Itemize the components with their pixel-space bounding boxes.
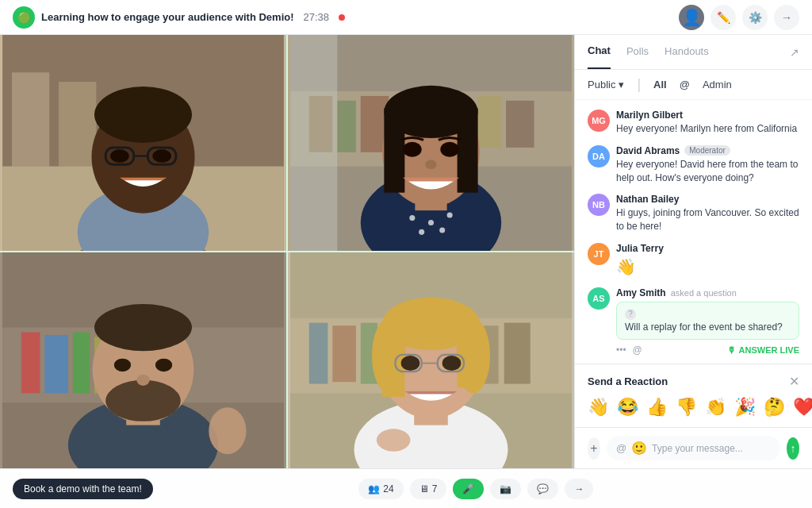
reaction-party[interactable]: 🎉 (734, 397, 756, 418)
message-actions-5: ••• @ 🎙 ANSWER LIVE (616, 344, 799, 356)
filter-divider: | (637, 76, 641, 93)
settings-button[interactable]: ⚙️ (742, 5, 768, 30)
svg-rect-2 (12, 72, 49, 166)
top-bar-left: 🟢 Learning how to engage your audience w… (13, 6, 345, 29)
chat-add-button[interactable]: + (588, 437, 600, 460)
svg-rect-61 (504, 323, 530, 384)
video-cell-4 (288, 252, 574, 468)
svg-point-52 (155, 359, 172, 372)
message-2: DA David Abrams Moderator Hey everyone! … (588, 145, 799, 185)
svg-rect-20 (506, 101, 534, 148)
more-options-button[interactable]: ••• (616, 344, 626, 356)
top-bar: 🟢 Learning how to engage your audience w… (0, 0, 812, 35)
chat-send-button[interactable]: ↑ (787, 437, 799, 460)
external-link-icon[interactable]: ↗ (790, 46, 799, 59)
chat-icon: 💬 (537, 483, 549, 495)
chat-input-area: + @ 🙂 ↑ (575, 427, 812, 468)
reaction-think[interactable]: 🤔 (764, 397, 785, 418)
svg-rect-17 (337, 101, 356, 152)
sender-name-4: Julia Terry (616, 243, 799, 254)
mic-icon: 🎤 (462, 483, 474, 495)
reaction-thumbsup[interactable]: 👍 (646, 397, 668, 418)
session-title: Learning how to engage your audience wit… (41, 11, 294, 23)
participants-button[interactable]: 👥 24 (358, 479, 403, 499)
reaction-heart[interactable]: ❤️ (793, 397, 812, 418)
svg-point-54 (209, 407, 246, 454)
share-screen-button[interactable]: 🖥 7 (410, 479, 447, 499)
camera-button[interactable]: 📷 (490, 479, 521, 499)
mention-button[interactable]: @ (633, 344, 642, 356)
svg-point-76 (377, 429, 411, 451)
svg-rect-19 (478, 96, 502, 148)
svg-point-24 (409, 215, 415, 221)
filter-admin-button[interactable]: Admin (703, 79, 732, 90)
svg-rect-33 (458, 108, 478, 192)
video-cell-1 (0, 35, 286, 251)
question-icon: ? (625, 309, 636, 320)
message-1: MG Marilyn Gilbert Hey everyone! Marilyn… (588, 110, 799, 136)
sender-name-5: Amy Smith asked a question (616, 287, 799, 298)
reaction-close-button[interactable]: ✕ (789, 374, 799, 389)
main-content: 🔍 📊 Brand New Presentation Slides 🖥 37 S… (0, 35, 812, 468)
avatar-david: DA (588, 145, 610, 167)
filter-public-button[interactable]: Public ▾ (588, 79, 624, 90)
moderator-badge: Moderator (684, 145, 730, 156)
book-demo-button[interactable]: Book a demo with the team! (13, 479, 153, 499)
question-bubble: ? Will a replay for the event be shared? (616, 302, 799, 340)
mic-button[interactable]: 🎤 (453, 479, 484, 499)
session-timer: 27:38 (304, 11, 330, 23)
share-count: 7 (432, 483, 438, 495)
edit-button[interactable]: ✏️ (710, 5, 736, 30)
message-3: NB Nathan Bailey Hi guys, joining from V… (588, 194, 799, 233)
reaction-thumbsdown[interactable]: 👎 (676, 397, 697, 418)
bottom-bar-left: Book a demo with the team! (13, 479, 153, 499)
chat-input-wrapper: @ 🙂 (607, 436, 780, 460)
message-text-4: 👋 (616, 256, 799, 278)
filter-all-button[interactable]: All (653, 79, 667, 90)
tab-chat[interactable]: Chat (588, 35, 611, 69)
host-avatar: 👤 (679, 5, 704, 30)
chat-text-input[interactable] (652, 443, 771, 454)
tab-handouts[interactable]: Handouts (665, 35, 709, 69)
svg-rect-58 (332, 325, 356, 382)
reaction-wave[interactable]: 👋 (588, 397, 609, 418)
message-content-5: Amy Smith asked a question ? Will a repl… (616, 287, 799, 356)
emoji-picker-icon[interactable]: 🙂 (631, 441, 647, 456)
svg-point-25 (428, 220, 434, 225)
question-text: Will a replay for the event be shared? (625, 321, 791, 333)
svg-point-50 (105, 380, 181, 421)
at-icon[interactable]: @ (616, 442, 626, 454)
svg-point-13 (152, 149, 171, 163)
tab-polls[interactable]: Polls (626, 35, 649, 69)
bottom-bar: Book a demo with the team! 👥 24 🖥 7 🎤 📷 … (0, 468, 812, 508)
svg-rect-3 (59, 82, 96, 166)
avatar-julia: JT (588, 243, 610, 265)
reaction-laugh[interactable]: 😂 (617, 397, 638, 418)
svg-point-72 (442, 356, 462, 371)
chat-messages-list: MG Marilyn Gilbert Hey everyone! Marilyn… (575, 100, 812, 364)
answer-live-button[interactable]: 🎙 ANSWER LIVE (727, 345, 799, 355)
panel-tabs: Chat Polls Handouts ↗ (575, 35, 812, 70)
exit-button[interactable]: → (774, 5, 799, 30)
sender-name-1: Marilyn Gilbert (616, 110, 799, 121)
video-cell-3: 🔍 📊 Brand New Presentation Slides 🖥 37 S… (0, 252, 286, 468)
camera-icon: 📷 (500, 483, 511, 495)
reaction-emojis-row: 👋 😂 👍 👎 👏 🎉 🤔 ❤️ (588, 397, 799, 418)
bottom-bar-center: 👥 24 🖥 7 🎤 📷 💬 → (358, 479, 593, 499)
svg-rect-32 (384, 108, 404, 192)
svg-point-49 (94, 304, 192, 351)
message-text-2: Hey everyone! David here from the team t… (616, 158, 799, 185)
message-text-1: Hey everyone! Marilyn here from Californ… (616, 122, 799, 136)
reaction-panel: Send a Reaction ✕ 👋 😂 👍 👎 👏 🎉 🤔 ❤️ (575, 364, 812, 427)
video-cell-2 (288, 35, 574, 251)
chat-toggle-button[interactable]: 💬 (527, 479, 558, 499)
sender-name-2: David Abrams Moderator (616, 145, 799, 156)
leave-button[interactable]: → (565, 479, 593, 499)
svg-point-28 (439, 227, 445, 233)
reaction-clap[interactable]: 👏 (705, 397, 726, 418)
chevron-down-icon: ▾ (619, 79, 624, 90)
filter-mention-button[interactable]: @ (680, 79, 690, 90)
svg-point-53 (136, 375, 150, 386)
screen-icon: 🖥 (419, 483, 429, 495)
svg-point-27 (419, 229, 424, 235)
